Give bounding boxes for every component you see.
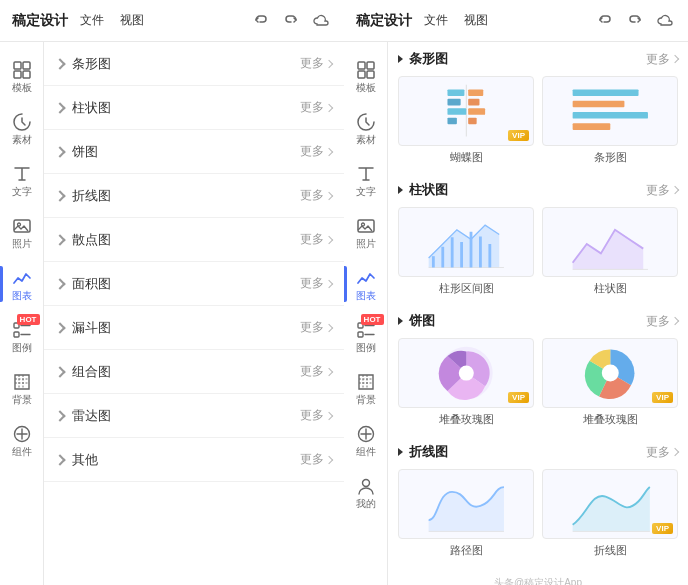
background-label: 背景: [356, 395, 376, 405]
sidebar-item-background[interactable]: 背景: [0, 362, 44, 414]
list-label-pie: 饼图: [72, 143, 300, 161]
svg-rect-31: [468, 118, 476, 125]
section-more-pie[interactable]: 更多: [646, 313, 678, 330]
more-pie[interactable]: 更多: [300, 143, 332, 160]
list-label-scatter: 散点图: [72, 231, 300, 249]
more-other[interactable]: 更多: [300, 451, 332, 468]
sidebar-item-component[interactable]: 组件: [0, 414, 44, 466]
column-grid-row: 柱形区间图 柱状图: [388, 203, 688, 304]
chart-card-column-simple[interactable]: 柱状图: [542, 207, 678, 296]
section-triangle-column: [398, 186, 403, 194]
arrow-icon: [54, 410, 65, 421]
template-icon: [355, 59, 377, 81]
background-icon: [355, 371, 377, 393]
svg-rect-13: [358, 71, 365, 78]
more-funnel[interactable]: 更多: [300, 319, 332, 336]
chart-type-list: 条形图 更多 柱状图 更多: [44, 42, 344, 585]
chart-card-rose-stack2[interactable]: VIP 堆叠玫瑰图: [542, 338, 678, 427]
text-icon: [11, 163, 33, 185]
svg-rect-33: [572, 101, 624, 108]
right-sidebar-item-photo[interactable]: 照片: [344, 206, 388, 258]
chevron-icon: [325, 367, 333, 375]
more-combo[interactable]: 更多: [300, 363, 332, 380]
chart-name-column-range: 柱形区间图: [439, 281, 494, 296]
chevron-icon: [325, 147, 333, 155]
chart-name-bar-simple: 条形图: [594, 150, 627, 165]
left-menu-view[interactable]: 视图: [116, 10, 148, 31]
more-bar[interactable]: 更多: [300, 55, 332, 72]
list-item-area[interactable]: 面积图 更多: [44, 262, 344, 306]
section-more-bar[interactable]: 更多: [646, 51, 678, 68]
right-undo-button[interactable]: [594, 10, 616, 32]
my-label: 我的: [356, 499, 376, 509]
chart-label: 图表: [12, 291, 32, 301]
right-sidebar: 模板 素材: [344, 42, 388, 585]
sidebar-item-material[interactable]: 素材: [0, 102, 44, 154]
right-sidebar-item-material[interactable]: 素材: [344, 102, 388, 154]
list-item-pie[interactable]: 饼图 更多: [44, 130, 344, 174]
right-sidebar-item-component[interactable]: 组件: [344, 414, 388, 466]
chart-thumb-rose-stack1: VIP: [398, 338, 534, 408]
sidebar-item-photo[interactable]: 照片: [0, 206, 44, 258]
section-title-bar: 条形图: [409, 50, 646, 68]
chart-thumb-butterfly: VIP: [398, 76, 534, 146]
arrow-icon: [54, 102, 65, 113]
section-header-pie: 饼图 更多: [388, 304, 688, 334]
chart-card-butterfly[interactable]: VIP 蝴蝶图: [398, 76, 534, 165]
section-more-line[interactable]: 更多: [646, 444, 678, 461]
sidebar-item-legend[interactable]: HOT 图例: [0, 310, 44, 362]
more-radar[interactable]: 更多: [300, 407, 332, 424]
list-item-line[interactable]: 折线图 更多: [44, 174, 344, 218]
svg-rect-34: [572, 112, 647, 119]
right-sidebar-item-template[interactable]: 模板: [344, 50, 388, 102]
chart-card-rose-stack1[interactable]: VIP 堆叠玫瑰图: [398, 338, 534, 427]
photo-label: 照片: [12, 239, 32, 249]
right-sidebar-item-chart[interactable]: 图表: [344, 258, 388, 310]
right-redo-button[interactable]: [624, 10, 646, 32]
component-icon: [11, 423, 33, 445]
cloud-button[interactable]: [310, 10, 332, 32]
sidebar-item-text[interactable]: 文字: [0, 154, 44, 206]
left-menu-file[interactable]: 文件: [76, 10, 108, 31]
right-sidebar-item-my[interactable]: 我的: [344, 466, 388, 518]
sidebar-item-template[interactable]: 模板: [0, 50, 44, 102]
list-item-bar[interactable]: 条形图 更多: [44, 42, 344, 86]
redo-button[interactable]: [280, 10, 302, 32]
chevron-icon: [671, 186, 679, 194]
more-area[interactable]: 更多: [300, 275, 332, 292]
left-panel: 稿定设计 文件 视图: [0, 0, 344, 585]
list-item-funnel[interactable]: 漏斗图 更多: [44, 306, 344, 350]
more-line[interactable]: 更多: [300, 187, 332, 204]
undo-button[interactable]: [250, 10, 272, 32]
chart-card-line-path[interactable]: 路径图: [398, 469, 534, 558]
more-scatter[interactable]: 更多: [300, 231, 332, 248]
list-item-other[interactable]: 其他 更多: [44, 438, 344, 482]
chart-card-column-range[interactable]: 柱形区间图: [398, 207, 534, 296]
right-sidebar-item-text[interactable]: 文字: [344, 154, 388, 206]
chart-name-rose-stack2: 堆叠玫瑰图: [583, 412, 638, 427]
chevron-icon: [325, 191, 333, 199]
left-sidebar: 模板 素材: [0, 42, 44, 585]
chart-card-bar-simple[interactable]: 条形图: [542, 76, 678, 165]
right-sidebar-item-legend[interactable]: HOT 图例: [344, 310, 388, 362]
section-header-bar: 条形图 更多: [388, 42, 688, 72]
list-item-scatter[interactable]: 散点图 更多: [44, 218, 344, 262]
right-menu-file[interactable]: 文件: [420, 10, 452, 31]
chart-name-line-path: 路径图: [450, 543, 483, 558]
list-item-column[interactable]: 柱状图 更多: [44, 86, 344, 130]
chart-card-line-simple[interactable]: VIP 折线图: [542, 469, 678, 558]
right-sidebar-item-background[interactable]: 背景: [344, 362, 388, 414]
my-icon: [355, 475, 377, 497]
right-cloud-button[interactable]: [654, 10, 676, 32]
more-column[interactable]: 更多: [300, 99, 332, 116]
section-more-column[interactable]: 更多: [646, 182, 678, 199]
right-menu-view[interactable]: 视图: [460, 10, 492, 31]
chart-icon: [11, 267, 33, 289]
arrow-icon: [54, 190, 65, 201]
list-item-radar[interactable]: 雷达图 更多: [44, 394, 344, 438]
chart-grid-panel: 条形图 更多: [388, 42, 688, 585]
list-item-combo[interactable]: 组合图 更多: [44, 350, 344, 394]
svg-rect-0: [14, 62, 21, 69]
svg-rect-26: [447, 109, 466, 116]
sidebar-item-chart[interactable]: 图表: [0, 258, 44, 310]
